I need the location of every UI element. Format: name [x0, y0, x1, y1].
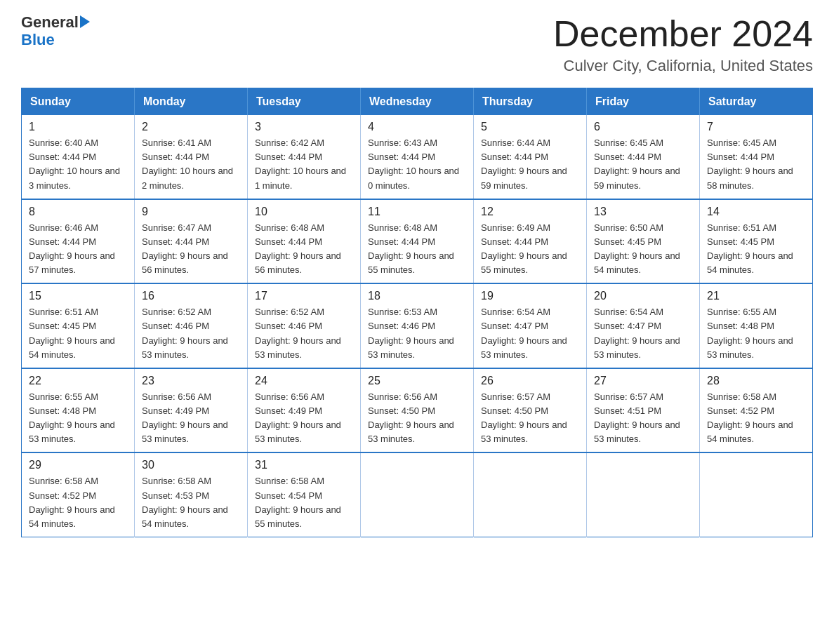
calendar-day-cell: 20 Sunrise: 6:54 AMSunset: 4:47 PMDaylig…	[587, 283, 700, 368]
calendar-day-cell: 8 Sunrise: 6:46 AMSunset: 4:44 PMDayligh…	[22, 199, 135, 284]
day-number: 1	[29, 121, 127, 133]
weekday-header-friday: Friday	[587, 88, 700, 116]
calendar-day-cell: 26 Sunrise: 6:57 AMSunset: 4:50 PMDaylig…	[474, 368, 587, 453]
day-info: Sunrise: 6:48 AMSunset: 4:44 PMDaylight:…	[255, 221, 353, 278]
calendar-day-cell: 21 Sunrise: 6:55 AMSunset: 4:48 PMDaylig…	[700, 283, 813, 368]
day-info: Sunrise: 6:50 AMSunset: 4:45 PMDaylight:…	[594, 221, 692, 278]
day-info: Sunrise: 6:56 AMSunset: 4:50 PMDaylight:…	[368, 390, 466, 447]
day-number: 2	[142, 121, 240, 133]
day-info: Sunrise: 6:55 AMSunset: 4:48 PMDaylight:…	[707, 305, 805, 362]
calendar-day-cell: 23 Sunrise: 6:56 AMSunset: 4:49 PMDaylig…	[135, 368, 248, 453]
calendar-week-row: 15 Sunrise: 6:51 AMSunset: 4:45 PMDaylig…	[22, 283, 813, 368]
calendar-day-cell: 11 Sunrise: 6:48 AMSunset: 4:44 PMDaylig…	[361, 199, 474, 284]
day-info: Sunrise: 6:52 AMSunset: 4:46 PMDaylight:…	[142, 305, 240, 362]
page-title: December 2024	[553, 14, 813, 54]
day-number: 29	[29, 459, 127, 471]
day-info: Sunrise: 6:47 AMSunset: 4:44 PMDaylight:…	[142, 221, 240, 278]
calendar-day-cell: 5 Sunrise: 6:44 AMSunset: 4:44 PMDayligh…	[474, 115, 587, 199]
calendar-week-row: 8 Sunrise: 6:46 AMSunset: 4:44 PMDayligh…	[22, 199, 813, 284]
day-info: Sunrise: 6:58 AMSunset: 4:54 PMDaylight:…	[255, 474, 353, 531]
calendar-day-cell: 22 Sunrise: 6:55 AMSunset: 4:48 PMDaylig…	[22, 368, 135, 453]
day-info: Sunrise: 6:51 AMSunset: 4:45 PMDaylight:…	[29, 305, 127, 362]
logo: General Blue	[21, 14, 90, 49]
calendar-table: SundayMondayTuesdayWednesdayThursdayFrid…	[21, 88, 813, 537]
day-number: 17	[255, 290, 353, 302]
day-info: Sunrise: 6:56 AMSunset: 4:49 PMDaylight:…	[142, 390, 240, 447]
calendar-day-cell: 6 Sunrise: 6:45 AMSunset: 4:44 PMDayligh…	[587, 115, 700, 199]
day-number: 19	[481, 290, 579, 302]
weekday-header-sunday: Sunday	[22, 88, 135, 116]
day-info: Sunrise: 6:57 AMSunset: 4:50 PMDaylight:…	[481, 390, 579, 447]
day-info: Sunrise: 6:46 AMSunset: 4:44 PMDaylight:…	[29, 221, 127, 278]
calendar-day-cell: 17 Sunrise: 6:52 AMSunset: 4:46 PMDaylig…	[248, 283, 361, 368]
calendar-day-cell: 18 Sunrise: 6:53 AMSunset: 4:46 PMDaylig…	[361, 283, 474, 368]
weekday-header-wednesday: Wednesday	[361, 88, 474, 116]
weekday-header-saturday: Saturday	[700, 88, 813, 116]
calendar-day-cell	[361, 452, 474, 537]
logo-arrow-icon	[80, 15, 90, 28]
day-number: 18	[368, 290, 466, 302]
day-info: Sunrise: 6:56 AMSunset: 4:49 PMDaylight:…	[255, 390, 353, 447]
calendar-day-cell	[474, 452, 587, 537]
day-info: Sunrise: 6:53 AMSunset: 4:46 PMDaylight:…	[368, 305, 466, 362]
day-info: Sunrise: 6:55 AMSunset: 4:48 PMDaylight:…	[29, 390, 127, 447]
calendar-day-cell: 19 Sunrise: 6:54 AMSunset: 4:47 PMDaylig…	[474, 283, 587, 368]
calendar-week-row: 22 Sunrise: 6:55 AMSunset: 4:48 PMDaylig…	[22, 368, 813, 453]
logo-text-line1: General	[21, 14, 90, 31]
day-number: 30	[142, 459, 240, 471]
day-number: 23	[142, 375, 240, 387]
day-info: Sunrise: 6:54 AMSunset: 4:47 PMDaylight:…	[594, 305, 692, 362]
day-number: 8	[29, 206, 127, 218]
weekday-header-monday: Monday	[135, 88, 248, 116]
day-number: 10	[255, 206, 353, 218]
day-info: Sunrise: 6:54 AMSunset: 4:47 PMDaylight:…	[481, 305, 579, 362]
day-info: Sunrise: 6:43 AMSunset: 4:44 PMDaylight:…	[368, 136, 466, 193]
day-info: Sunrise: 6:40 AMSunset: 4:44 PMDaylight:…	[29, 136, 127, 193]
calendar-day-cell: 10 Sunrise: 6:48 AMSunset: 4:44 PMDaylig…	[248, 199, 361, 284]
day-info: Sunrise: 6:58 AMSunset: 4:53 PMDaylight:…	[142, 474, 240, 531]
day-number: 31	[255, 459, 353, 471]
calendar-day-cell: 7 Sunrise: 6:45 AMSunset: 4:44 PMDayligh…	[700, 115, 813, 199]
day-number: 5	[481, 121, 579, 133]
calendar-day-cell: 13 Sunrise: 6:50 AMSunset: 4:45 PMDaylig…	[587, 199, 700, 284]
calendar-week-row: 29 Sunrise: 6:58 AMSunset: 4:52 PMDaylig…	[22, 452, 813, 537]
calendar-day-cell: 16 Sunrise: 6:52 AMSunset: 4:46 PMDaylig…	[135, 283, 248, 368]
day-number: 3	[255, 121, 353, 133]
day-info: Sunrise: 6:45 AMSunset: 4:44 PMDaylight:…	[707, 136, 805, 193]
day-number: 11	[368, 206, 466, 218]
calendar-day-cell: 4 Sunrise: 6:43 AMSunset: 4:44 PMDayligh…	[361, 115, 474, 199]
day-info: Sunrise: 6:52 AMSunset: 4:46 PMDaylight:…	[255, 305, 353, 362]
weekday-header-thursday: Thursday	[474, 88, 587, 116]
weekday-header-tuesday: Tuesday	[248, 88, 361, 116]
day-number: 13	[594, 206, 692, 218]
day-info: Sunrise: 6:58 AMSunset: 4:52 PMDaylight:…	[29, 474, 127, 531]
day-info: Sunrise: 6:57 AMSunset: 4:51 PMDaylight:…	[594, 390, 692, 447]
day-number: 26	[481, 375, 579, 387]
calendar-day-cell: 1 Sunrise: 6:40 AMSunset: 4:44 PMDayligh…	[22, 115, 135, 199]
day-info: Sunrise: 6:48 AMSunset: 4:44 PMDaylight:…	[368, 221, 466, 278]
page-subtitle: Culver City, California, United States	[553, 57, 813, 75]
logo-text-line2: Blue	[21, 31, 55, 49]
day-info: Sunrise: 6:44 AMSunset: 4:44 PMDaylight:…	[481, 136, 579, 193]
day-info: Sunrise: 6:51 AMSunset: 4:45 PMDaylight:…	[707, 221, 805, 278]
page-header: General Blue December 2024 Culver City, …	[21, 14, 813, 75]
calendar-day-cell: 31 Sunrise: 6:58 AMSunset: 4:54 PMDaylig…	[248, 452, 361, 537]
calendar-day-cell: 24 Sunrise: 6:56 AMSunset: 4:49 PMDaylig…	[248, 368, 361, 453]
day-number: 25	[368, 375, 466, 387]
day-number: 7	[707, 121, 805, 133]
day-info: Sunrise: 6:45 AMSunset: 4:44 PMDaylight:…	[594, 136, 692, 193]
day-number: 24	[255, 375, 353, 387]
weekday-header-row: SundayMondayTuesdayWednesdayThursdayFrid…	[22, 88, 813, 116]
calendar-day-cell	[700, 452, 813, 537]
calendar-day-cell: 15 Sunrise: 6:51 AMSunset: 4:45 PMDaylig…	[22, 283, 135, 368]
title-block: December 2024 Culver City, California, U…	[553, 14, 813, 75]
day-number: 16	[142, 290, 240, 302]
day-number: 21	[707, 290, 805, 302]
calendar-day-cell: 2 Sunrise: 6:41 AMSunset: 4:44 PMDayligh…	[135, 115, 248, 199]
calendar-day-cell	[587, 452, 700, 537]
calendar-day-cell: 25 Sunrise: 6:56 AMSunset: 4:50 PMDaylig…	[361, 368, 474, 453]
day-number: 4	[368, 121, 466, 133]
calendar-day-cell: 28 Sunrise: 6:58 AMSunset: 4:52 PMDaylig…	[700, 368, 813, 453]
calendar-day-cell: 3 Sunrise: 6:42 AMSunset: 4:44 PMDayligh…	[248, 115, 361, 199]
calendar-day-cell: 27 Sunrise: 6:57 AMSunset: 4:51 PMDaylig…	[587, 368, 700, 453]
